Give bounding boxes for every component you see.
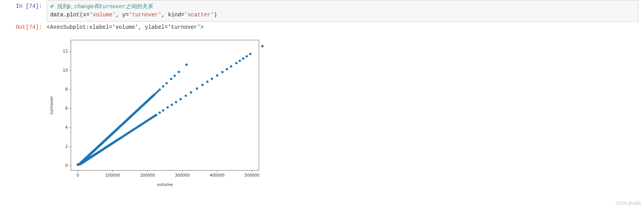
svg-text:0: 0 xyxy=(77,173,79,177)
svg-point-407 xyxy=(140,124,142,126)
output-cell-row: Out[74]: <AxesSubplot:xlabel='volume', y… xyxy=(0,23,644,30)
svg-text:2: 2 xyxy=(65,144,68,149)
svg-point-259 xyxy=(153,94,155,96)
code-comment: # 找到p_change和turnover之间的关系 xyxy=(50,4,153,10)
svg-point-309 xyxy=(261,45,264,47)
svg-point-411 xyxy=(147,119,149,121)
svg-point-304 xyxy=(235,62,238,64)
in-prompt: In [74]: xyxy=(0,0,47,9)
svg-text:100000: 100000 xyxy=(105,173,120,177)
code-string: 'scatter' xyxy=(184,12,214,18)
svg-point-289 xyxy=(162,109,164,112)
svg-point-292 xyxy=(175,101,177,103)
svg-point-413 xyxy=(150,117,153,119)
svg-point-409 xyxy=(143,121,146,124)
svg-point-82 xyxy=(170,78,172,80)
code-string: 'volume' xyxy=(90,12,116,18)
svg-point-80 xyxy=(162,85,164,88)
svg-text:4: 4 xyxy=(65,125,68,130)
svg-point-293 xyxy=(179,98,182,100)
watermark: CSDN @csj50 xyxy=(616,201,641,205)
svg-point-405 xyxy=(136,126,139,128)
code-string: 'turnover' xyxy=(129,12,162,18)
svg-point-308 xyxy=(249,53,252,55)
svg-text:0: 0 xyxy=(65,163,68,168)
svg-point-288 xyxy=(158,112,161,114)
svg-text:turnover: turnover xyxy=(49,96,54,114)
svg-point-83 xyxy=(174,75,176,77)
svg-point-291 xyxy=(171,104,173,106)
scatter-plot: 0100000200000300000400000500000024681012… xyxy=(47,34,265,190)
svg-point-399 xyxy=(126,133,128,135)
svg-point-301 xyxy=(221,71,223,73)
svg-point-297 xyxy=(201,84,204,86)
svg-point-299 xyxy=(211,78,213,80)
svg-point-397 xyxy=(123,135,125,137)
svg-point-298 xyxy=(206,81,209,83)
svg-point-307 xyxy=(246,55,248,58)
output-text: <AxesSubplot:xlabel='volume', ylabel='tu… xyxy=(47,23,644,30)
svg-text:volume: volume xyxy=(157,182,173,187)
code-text: , kind= xyxy=(162,12,185,18)
input-cell-row: In [74]: # 找到p_change和turnover之间的关系 data… xyxy=(0,0,644,22)
code-text: data.plot(x= xyxy=(50,12,90,18)
svg-text:400000: 400000 xyxy=(210,173,225,177)
code-text: , y= xyxy=(116,12,129,18)
svg-point-306 xyxy=(242,57,245,60)
svg-point-305 xyxy=(239,60,241,62)
svg-point-290 xyxy=(167,106,169,109)
svg-point-303 xyxy=(230,65,232,68)
svg-point-295 xyxy=(190,91,192,93)
code-input[interactable]: # 找到p_change和turnover之间的关系 data.plot(x='… xyxy=(47,0,639,22)
svg-text:200000: 200000 xyxy=(140,173,155,177)
svg-point-84 xyxy=(178,71,180,73)
svg-point-296 xyxy=(196,87,198,89)
svg-point-77 xyxy=(155,92,157,94)
svg-point-78 xyxy=(157,90,159,93)
svg-point-85 xyxy=(185,63,188,66)
svg-point-415 xyxy=(154,114,156,117)
svg-point-81 xyxy=(165,82,168,84)
svg-text:500000: 500000 xyxy=(245,173,259,177)
svg-text:12: 12 xyxy=(63,49,68,53)
svg-point-300 xyxy=(216,74,218,77)
svg-text:6: 6 xyxy=(65,106,68,111)
svg-point-79 xyxy=(158,88,161,91)
svg-point-294 xyxy=(185,95,187,97)
out-prompt: Out[74]: xyxy=(0,23,47,30)
svg-point-401 xyxy=(130,130,132,133)
svg-point-302 xyxy=(226,68,228,70)
svg-point-403 xyxy=(133,128,135,130)
svg-text:10: 10 xyxy=(63,68,68,72)
svg-text:300000: 300000 xyxy=(175,173,190,177)
code-text: ) xyxy=(214,12,217,18)
svg-text:8: 8 xyxy=(65,87,68,91)
chart-output: 0100000200000300000400000500000024681012… xyxy=(47,34,644,190)
